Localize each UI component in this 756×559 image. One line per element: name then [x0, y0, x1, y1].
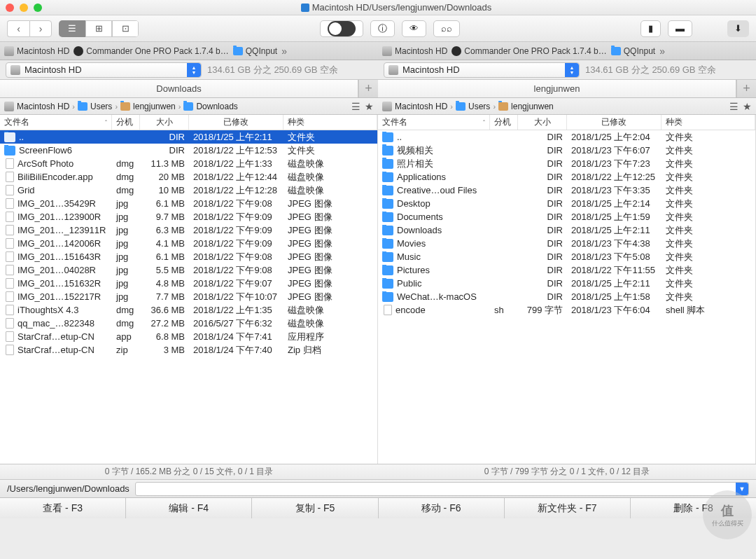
- right-header-size[interactable]: 大小: [518, 115, 567, 130]
- archive-button[interactable]: ▮: [640, 20, 661, 37]
- file-row[interactable]: MoviesDIR2018/1/23 下午4:38文件夹: [378, 237, 755, 250]
- app-dot-icon: [451, 46, 461, 56]
- file-row[interactable]: IMG_201…151643Rjpg6.1 MB2018/1/22 下午9:08…: [0, 250, 377, 263]
- network-button[interactable]: ▬: [668, 20, 692, 37]
- path-input[interactable]: ▼: [135, 482, 749, 496]
- star-icon[interactable]: ★: [743, 101, 752, 112]
- file-row[interactable]: IMG_201…152217Rjpg7.7 MB2018/1/22 下午10:0…: [0, 290, 377, 303]
- crumb-item[interactable]: lengjunwen: [120, 102, 176, 111]
- preview-button[interactable]: 👁: [402, 20, 426, 37]
- file-row[interactable]: IMG_201…123900Rjpg9.7 MB2018/1/22 下午9:09…: [0, 210, 377, 223]
- file-row[interactable]: BiliBiliEncoder.appdmg20 MB2018/1/22 上午1…: [0, 170, 377, 184]
- left-tab-commander[interactable]: Commander One PRO Pack 1.7.4 b…: [74, 46, 228, 56]
- left-header-name[interactable]: 文件名ˆ: [0, 115, 112, 130]
- left-tab-more-button[interactable]: »: [281, 46, 287, 57]
- crumb-item[interactable]: Macintosh HD: [4, 102, 69, 111]
- file-row[interactable]: IMG_201…_123911Rjpg6.3 MB2018/1/22 下午9:0…: [0, 223, 377, 237]
- chevron-down-icon[interactable]: ▼: [736, 483, 748, 495]
- file-size: 11.3 MB: [140, 158, 189, 169]
- file-row[interactable]: Creative…oud FilesDIR2018/1/23 下午3:35文件夹: [378, 184, 755, 197]
- crumb-item[interactable]: Macintosh HD: [382, 102, 447, 111]
- file-row[interactable]: ..DIR2018/1/25 上午2:11文件夹: [0, 130, 377, 144]
- f3-view-button[interactable]: 查看 - F3: [0, 498, 126, 518]
- close-window-button[interactable]: [6, 4, 14, 12]
- back-button[interactable]: ‹: [7, 20, 29, 37]
- file-kind: 文件夹: [662, 291, 755, 303]
- right-header-kind[interactable]: 种类: [662, 115, 755, 130]
- find-button[interactable]: ⌕⌕: [433, 20, 460, 37]
- view-grid-button[interactable]: ⊡: [112, 20, 139, 37]
- f5-copy-button[interactable]: 复制 - F5: [252, 498, 378, 518]
- left-file-list[interactable]: ..DIR2018/1/25 上午2:11文件夹ScreenFlow6DIR20…: [0, 130, 378, 464]
- file-kind: 文件夹: [662, 198, 755, 210]
- forward-button[interactable]: ›: [29, 20, 52, 37]
- info-button[interactable]: ⓘ: [370, 20, 395, 37]
- file-name: Grid: [18, 185, 35, 195]
- f6-move-button[interactable]: 移动 - F6: [379, 498, 505, 518]
- left-add-tab-button[interactable]: +: [358, 80, 378, 97]
- file-row[interactable]: DownloadsDIR2018/1/25 上午2:11文件夹: [378, 223, 755, 237]
- f4-edit-button[interactable]: 编辑 - F4: [126, 498, 252, 518]
- right-tab-commander[interactable]: Commander One PRO Pack 1.7.4 b…: [451, 46, 606, 56]
- file-row[interactable]: ScreenFlow6DIR2018/1/22 上午12:53文件夹: [0, 144, 377, 157]
- file-row[interactable]: ..DIR2018/1/25 上午2:04文件夹: [378, 130, 755, 144]
- right-pane-tab[interactable]: lengjunwen: [378, 80, 736, 97]
- minimize-window-button[interactable]: [20, 4, 28, 12]
- left-tab-qqinput[interactable]: QQInput: [233, 46, 277, 56]
- crumb-item[interactable]: Users: [78, 102, 112, 111]
- file-row[interactable]: IMG_201…151632Rjpg4.8 MB2018/1/22 下午9:07…: [0, 277, 377, 290]
- file-row[interactable]: StarCraf…etup-CNzip3 MB2018/1/24 下午7:40Z…: [0, 343, 377, 357]
- list-icon[interactable]: ☰: [729, 101, 738, 112]
- right-file-list[interactable]: ..DIR2018/1/25 上午2:04文件夹视频相关DIR2018/1/23…: [378, 130, 756, 464]
- left-header-kind[interactable]: 种类: [284, 115, 377, 130]
- file-row[interactable]: qq_mac_…822348dmg27.2 MB2016/5/27 下午6:32…: [0, 317, 377, 330]
- view-thumb-button[interactable]: ⊞: [85, 20, 112, 37]
- right-header-ext[interactable]: 分机: [490, 115, 518, 130]
- download-button[interactable]: ⬇: [727, 20, 749, 37]
- file-row[interactable]: ArcSoft Photodmg11.3 MB2018/1/22 上午1:33磁…: [0, 157, 377, 170]
- star-icon[interactable]: ★: [365, 101, 374, 112]
- crumb-item[interactable]: lengjunwen: [498, 102, 554, 111]
- file-row[interactable]: 照片相关DIR2018/1/23 下午7:23文件夹: [378, 157, 755, 170]
- file-name: ..: [19, 132, 24, 142]
- list-icon[interactable]: ☰: [351, 101, 360, 112]
- view-list-button[interactable]: ☰: [59, 20, 85, 37]
- file-icon: [6, 265, 14, 275]
- file-row[interactable]: PublicDIR2018/1/25 上午2:11文件夹: [378, 277, 755, 290]
- file-row[interactable]: encodesh799 字节2018/1/23 下午6:04shell 脚本: [378, 303, 755, 317]
- right-header-date[interactable]: 已修改: [567, 115, 662, 130]
- window-title: Macintosh HD/Users/lengjunwen/Downloads: [312, 2, 492, 13]
- file-row[interactable]: IMG_201…04028Rjpg5.5 MB2018/1/22 下午9:08J…: [0, 263, 377, 277]
- file-name: StarCraf…etup-CN: [18, 345, 94, 355]
- left-volume-select[interactable]: Macintosh HD ▲▼: [6, 62, 202, 78]
- file-row[interactable]: WeChat…k-macOSDIR2018/1/25 上午1:58文件夹: [378, 290, 755, 303]
- right-tab-more-button[interactable]: »: [659, 46, 665, 57]
- right-header-name[interactable]: 文件名ˆ: [378, 115, 490, 130]
- file-row[interactable]: DocumentsDIR2018/1/25 上午1:59文件夹: [378, 210, 755, 223]
- left-header-size[interactable]: 大小: [140, 115, 189, 130]
- hidden-files-toggle[interactable]: [320, 20, 363, 37]
- file-row[interactable]: Griddmg10 MB2018/1/22 上午12:28磁盘映像: [0, 184, 377, 197]
- crumb-item[interactable]: Downloads: [183, 102, 237, 111]
- right-tab-macintosh-hd[interactable]: Macintosh HD: [382, 46, 447, 56]
- file-row[interactable]: IMG_201…35429Rjpg6.1 MB2018/1/22 下午9:08J…: [0, 197, 377, 210]
- right-volume-select[interactable]: Macintosh HD ▲▼: [384, 62, 580, 78]
- file-row[interactable]: 视频相关DIR2018/1/23 下午6:07文件夹: [378, 144, 755, 157]
- file-row[interactable]: PicturesDIR2018/1/22 下午11:55文件夹: [378, 263, 755, 277]
- maximize-window-button[interactable]: [34, 4, 42, 12]
- file-row[interactable]: ApplicationsDIR2018/1/22 上午12:25文件夹: [378, 170, 755, 184]
- file-row[interactable]: iThoughtsX 4.3dmg36.6 MB2018/1/22 上午1:35…: [0, 303, 377, 317]
- left-pane-tab[interactable]: Downloads: [0, 80, 358, 97]
- file-row[interactable]: DesktopDIR2018/1/25 上午2:14文件夹: [378, 197, 755, 210]
- right-tab-qqinput[interactable]: QQInput: [611, 46, 655, 56]
- left-header-ext[interactable]: 分机: [112, 115, 140, 130]
- f8-delete-button[interactable]: 删除 - F8: [631, 498, 756, 518]
- file-row[interactable]: StarCraf…etup-CNapp6.8 MB2018/1/24 下午7:4…: [0, 330, 377, 343]
- f7-newfolder-button[interactable]: 新文件夹 - F7: [505, 498, 631, 518]
- file-row[interactable]: MusicDIR2018/1/23 下午5:08文件夹: [378, 250, 755, 263]
- right-add-tab-button[interactable]: +: [736, 80, 756, 97]
- left-tab-macintosh-hd[interactable]: Macintosh HD: [4, 46, 69, 56]
- left-header-date[interactable]: 已修改: [189, 115, 284, 130]
- crumb-item[interactable]: Users: [456, 102, 490, 111]
- file-row[interactable]: IMG_201…142006Rjpg4.1 MB2018/1/22 下午9:09…: [0, 237, 377, 250]
